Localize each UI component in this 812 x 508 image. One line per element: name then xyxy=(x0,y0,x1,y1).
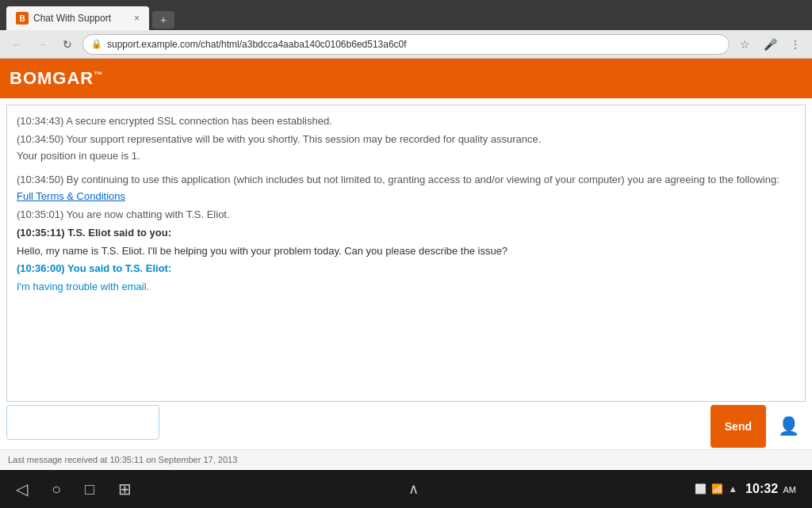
user-message: I'm having trouble with email. xyxy=(17,279,795,296)
bomgar-header: BOMGAR™ xyxy=(0,59,812,98)
content-wrapper: BOMGAR™ (10:34:43) A secure encrypted SS… xyxy=(0,59,812,470)
android-system-area: ⬜ 📶 ▲ 10:32 AM xyxy=(695,482,796,496)
agent-message: Hello, my name is T.S. Eliot. I'll be he… xyxy=(17,243,795,260)
active-tab[interactable]: B Chat With Support × xyxy=(6,6,149,30)
agent-name-label: (10:35:11) T.S. Eliot said to you: xyxy=(17,225,795,242)
tab-title: Chat With Support xyxy=(33,13,129,24)
chat-message-1: (10:34:43) A secure encrypted SSL connec… xyxy=(17,113,795,130)
status-text: Last message received at 10:35:11 on Sep… xyxy=(8,455,237,464)
android-navigation-bar: ◁ ○ □ ⊞ ∧ ⬜ 📶 ▲ 10:32 AM xyxy=(0,470,812,508)
status-bar: Last message received at 10:35:11 on Sep… xyxy=(0,449,812,468)
android-grid-button[interactable]: ⊞ xyxy=(118,479,132,498)
tab-bar: B Chat With Support × + xyxy=(6,0,174,30)
signal-icon: 📶 xyxy=(711,483,723,495)
tab-favicon: B xyxy=(16,12,29,25)
bomgar-logo: BOMGAR™ xyxy=(10,68,103,89)
bottom-section: Send 👤 Last message received at 10:35:11… xyxy=(0,405,812,470)
bookmark-icon[interactable]: ☆ xyxy=(734,34,755,55)
chat-transcript: (10:34:43) A secure encrypted SSL connec… xyxy=(6,105,806,402)
navigation-bar: ← → ↻ 🔒 support.example.com/chat/html/a3… xyxy=(0,30,812,59)
terms-link[interactable]: Full Terms & Conditions xyxy=(17,190,125,202)
address-bar[interactable]: 🔒 support.example.com/chat/html/a3bdcca4… xyxy=(82,34,730,55)
mic-icon[interactable]: 🎤 xyxy=(760,34,780,55)
new-tab-button[interactable]: + xyxy=(152,11,174,29)
forward-button[interactable]: → xyxy=(32,34,52,55)
user-avatar-icon: 👤 xyxy=(771,405,806,448)
send-button[interactable]: Send xyxy=(710,405,766,448)
url-text: support.example.com/chat/html/a3bdcca4aa… xyxy=(107,39,721,50)
input-row: Send 👤 xyxy=(6,405,806,448)
refresh-button[interactable]: ↻ xyxy=(57,34,78,55)
battery-icon: ⬜ xyxy=(695,483,707,495)
menu-icon[interactable]: ⋮ xyxy=(785,34,806,55)
address-lock-icon: 🔒 xyxy=(91,39,102,49)
android-center: ∧ xyxy=(408,480,419,498)
chat-message-4: (10:35:01) You are now chatting with T.S… xyxy=(17,207,795,223)
user-name-label: (10:36:00) You said to T.S. Eliot: xyxy=(17,261,795,277)
browser-chrome: B Chat With Support × + xyxy=(0,0,812,30)
system-icons: ⬜ 📶 ▲ xyxy=(695,483,737,495)
bomgar-body: (10:34:43) A secure encrypted SSL connec… xyxy=(0,98,812,470)
chat-message-terms: (10:34:50) By continuing to use this app… xyxy=(17,172,795,205)
back-button[interactable]: ← xyxy=(6,34,27,55)
android-home-button[interactable]: ○ xyxy=(52,480,61,498)
android-back-button[interactable]: ◁ xyxy=(16,479,28,498)
android-nav-buttons: ◁ ○ □ ⊞ xyxy=(16,479,132,498)
input-wrapper xyxy=(6,405,706,448)
system-time: 10:32 AM xyxy=(745,482,796,496)
wifi-icon: ▲ xyxy=(728,483,737,495)
message-input[interactable] xyxy=(6,405,159,440)
chat-message-2: (10:34:50) Your support representative w… xyxy=(17,132,795,165)
tab-close-button[interactable]: × xyxy=(134,13,140,24)
android-chevron-button[interactable]: ∧ xyxy=(408,480,419,498)
page-content: BOMGAR™ (10:34:43) A secure encrypted SS… xyxy=(0,59,812,470)
android-recent-button[interactable]: □ xyxy=(85,480,94,498)
